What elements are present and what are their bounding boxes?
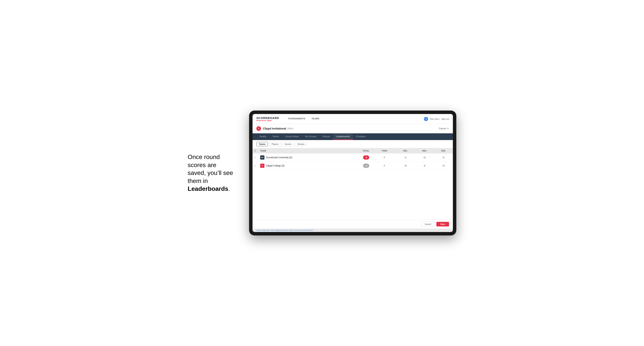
tab-tee-groups[interactable]: Tee Groups xyxy=(302,133,320,140)
logo-area: SCOREBOARD Powered by clippd xyxy=(256,116,279,122)
app-container: SCOREBOARD Powered by clippd TOURNAMENTS… xyxy=(252,114,453,232)
col-rd2: RD2 xyxy=(415,148,434,154)
team-logo-2: C xyxy=(260,164,264,168)
filter-players[interactable]: Players xyxy=(269,142,281,146)
team-cell-1: SU Scoreboard University [A] xyxy=(258,154,344,162)
user-avatar: S xyxy=(424,117,428,121)
col-total: TOTAL xyxy=(344,148,373,154)
nav-links: TOURNAMENTS TEAMS xyxy=(285,114,424,124)
intro-line5-bold: Leaderboards xyxy=(188,185,228,192)
total-cell-2: +3 xyxy=(344,162,373,170)
logo-text: SCOREBOARD xyxy=(256,116,279,120)
intro-line2: scores are xyxy=(188,162,216,169)
tab-course-setup[interactable]: Course Setup xyxy=(282,133,302,140)
thru-1: F xyxy=(373,154,396,162)
intro-text: Once round scores are saved, you’ll see … xyxy=(188,153,238,193)
cancel-x-icon: ✕ xyxy=(447,127,449,130)
sub-filters: Teams Players Scores Strokes xyxy=(252,140,453,148)
rd1-1: -4 xyxy=(396,154,415,162)
intro-line4: them in xyxy=(188,177,208,184)
team-name-1: Scoreboard University [A] xyxy=(266,156,292,159)
rank-2: 2 xyxy=(252,162,258,170)
tablet-frame: SCOREBOARD Powered by clippd TOURNAMENTS… xyxy=(249,111,456,235)
col-rd1: RD1 xyxy=(396,148,415,154)
leaderboard-table: # TEAM TOTAL THRU RD1 RD2 RD3 xyxy=(252,148,453,170)
thru-2: F xyxy=(373,162,396,170)
table-row: 1 SU Scoreboard University [A] -5 xyxy=(252,154,453,162)
intro-line1: Once round xyxy=(188,154,220,160)
filter-teams[interactable]: Teams xyxy=(256,142,268,146)
team-cell-2: C Clippd College [A] xyxy=(258,162,344,170)
nav-tournaments[interactable]: TOURNAMENTS xyxy=(285,114,308,124)
sign-out-link[interactable]: Sign out xyxy=(441,118,449,120)
tab-printables[interactable]: Printables xyxy=(353,133,369,140)
nav-teams[interactable]: TEAMS xyxy=(308,114,322,124)
tab-details[interactable]: Details xyxy=(256,133,270,140)
rd3-1: -6 xyxy=(434,154,453,162)
team-logo-1: SU xyxy=(260,155,264,160)
rd3-2: +3 xyxy=(434,162,453,170)
tablet-screen: SCOREBOARD Powered by clippd TOURNAMENTS… xyxy=(252,114,453,232)
filter-strokes[interactable]: Strokes xyxy=(295,142,307,146)
col-rd3: RD3 xyxy=(434,148,453,154)
leaderboard-table-wrapper: # TEAM TOTAL THRU RD1 RD2 RD3 xyxy=(252,148,453,195)
top-nav: SCOREBOARD Powered by clippd TOURNAMENTS… xyxy=(252,114,453,124)
tournament-subtitle: (Men) xyxy=(287,127,293,130)
tournament-header: C Clippd Invitational (Men) Cancel ✕ xyxy=(252,124,453,133)
footer-save-button[interactable]: Save xyxy=(436,222,449,226)
filter-scores[interactable]: Scores xyxy=(282,142,294,146)
score-badge-2: +3 xyxy=(363,164,369,168)
tournament-icon: C xyxy=(256,126,261,131)
team-name-2: Clippd College [A] xyxy=(266,164,284,167)
app-content: Teams Players Scores Strokes # TEAM xyxy=(252,140,453,232)
table-header: # TEAM TOTAL THRU RD1 RD2 RD3 xyxy=(252,148,453,154)
rd2-1: +5 xyxy=(415,154,434,162)
tabs-bar: Details Teams Course Setup Tee Groups Re… xyxy=(252,133,453,140)
table-body: 1 SU Scoreboard University [A] -5 xyxy=(252,154,453,170)
col-thru: THRU xyxy=(373,148,396,154)
user-name: Test User | xyxy=(430,118,440,120)
score-badge-1: -5 xyxy=(363,155,369,160)
footer-cancel-button[interactable]: Cancel xyxy=(422,222,434,227)
tab-leaderboards[interactable]: Leaderboards xyxy=(333,133,353,140)
tournament-cancel-btn[interactable]: Cancel ✕ xyxy=(439,127,449,130)
footer-bar: Cancel Save xyxy=(252,219,453,229)
intro-line3: saved, you’ll see xyxy=(188,169,233,176)
tab-results[interactable]: Results xyxy=(319,133,333,140)
table-row: 2 C Clippd College [A] +3 xyxy=(252,162,453,170)
col-team: TEAM xyxy=(258,148,344,154)
rank-1: 1 xyxy=(252,154,258,162)
url-bar: https://stage-blue-coach.stagescoreboard… xyxy=(252,229,453,232)
rd2-2: -8 xyxy=(415,162,434,170)
logo-sub: Powered by clippd xyxy=(256,120,279,122)
intro-line5-end: . xyxy=(228,185,230,192)
rd1-2: +8 xyxy=(396,162,415,170)
nav-right: S Test User | Sign out xyxy=(424,117,449,121)
tab-teams[interactable]: Teams xyxy=(270,133,282,140)
total-cell-1: -5 xyxy=(344,154,373,162)
col-rank: # xyxy=(252,148,258,154)
tournament-title: Clippd Invitational xyxy=(263,127,286,130)
